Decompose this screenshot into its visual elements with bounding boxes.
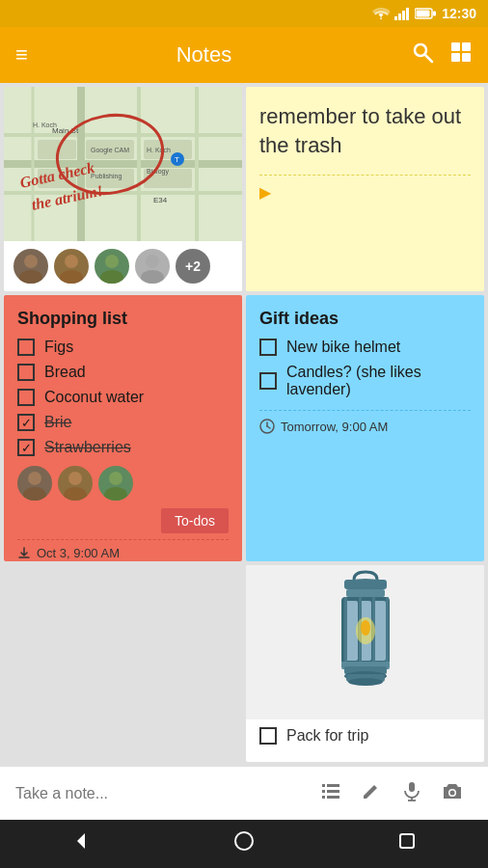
svg-rect-78 (322, 796, 325, 799)
map-note-avatars: +2 (4, 241, 242, 291)
signal-icons (372, 7, 436, 20)
lantern-image (246, 565, 484, 719)
svg-point-39 (24, 255, 38, 268)
shopping-footer: To-dos Oct 3, 9:00 AM (17, 466, 229, 560)
svg-rect-77 (327, 790, 339, 793)
svg-rect-79 (327, 796, 339, 799)
lantern-note-card[interactable]: Pack for trip (246, 565, 484, 762)
avatar (135, 249, 170, 284)
shopping-date-text: Oct 3, 9:00 AM (37, 546, 120, 560)
checkbox-coconut[interactable] (17, 389, 35, 406)
clock-icon (259, 419, 275, 434)
svg-rect-76 (322, 790, 325, 793)
nav-bar (0, 820, 488, 868)
checkbox-candles[interactable] (259, 372, 277, 390)
shopping-item-strawberries: ✓ Strawberries (17, 439, 229, 456)
map-svg: Main St Google CAM Publishing H. Koch H.… (4, 87, 242, 241)
back-button[interactable] (69, 829, 93, 858)
svg-rect-3 (406, 8, 409, 20)
svg-rect-1 (398, 14, 401, 20)
svg-rect-2 (402, 11, 405, 20)
avatar (54, 249, 89, 284)
avatar (14, 249, 48, 284)
gift-footer: Tomorrow, 9:00 AM (259, 410, 471, 434)
svg-rect-57 (344, 580, 387, 589)
camera-icon[interactable] (432, 780, 473, 807)
checkbox-pack[interactable] (259, 727, 277, 745)
svg-rect-11 (451, 53, 460, 62)
list-icon[interactable] (311, 780, 351, 807)
shopping-note-card[interactable]: Shopping list Figs Bread Coconut water ✓… (4, 295, 242, 561)
avatar (17, 466, 52, 501)
signal-icon (394, 7, 410, 20)
item-label-strawberries: Strawberries (44, 439, 131, 456)
svg-text:Google CAM: Google CAM (91, 147, 129, 154)
item-label-pack: Pack for trip (286, 727, 368, 745)
home-button[interactable] (232, 829, 256, 858)
item-label-bread: Bread (44, 364, 86, 381)
lantern-svg (317, 570, 414, 715)
avatar (95, 249, 129, 284)
gift-reminder-text: Tomorrow, 9:00 AM (281, 420, 388, 434)
gift-note-card[interactable]: Gift ideas New bike helmet Candles? (she… (246, 295, 484, 561)
shopping-item-brie: ✓ Brie (17, 414, 229, 431)
item-label-helmet: New bike helmet (286, 339, 400, 356)
item-label-coconut: Coconut water (44, 389, 144, 406)
reminder-footer: ▶ (259, 175, 471, 202)
svg-rect-6 (433, 12, 436, 16)
svg-point-73 (348, 678, 383, 686)
wifi-icon (372, 7, 390, 20)
reminder-note-card[interactable]: remember to take out the trash ▶ (246, 87, 484, 291)
shopping-item-coconut: Coconut water (17, 389, 229, 406)
svg-point-40 (19, 270, 42, 284)
lantern-item: Pack for trip (246, 719, 484, 752)
svg-rect-58 (346, 589, 385, 597)
avatar-overflow-count: +2 (176, 249, 210, 284)
svg-point-52 (104, 487, 127, 501)
svg-point-86 (235, 832, 253, 850)
shopping-item-figs: Figs (17, 339, 229, 356)
checkbox-figs[interactable] (17, 339, 35, 356)
svg-point-68 (361, 620, 370, 636)
clock-display: 12:30 (442, 6, 476, 21)
battery-icon (415, 8, 436, 19)
checkbox-helmet[interactable] (259, 339, 277, 356)
svg-point-47 (28, 472, 41, 485)
checkbox-strawberries[interactable]: ✓ (17, 439, 35, 456)
checkbox-brie[interactable]: ✓ (17, 414, 35, 431)
svg-point-51 (109, 472, 122, 485)
mic-icon[interactable] (392, 780, 432, 807)
avatar (98, 466, 133, 501)
item-label-figs: Figs (44, 339, 73, 356)
pencil-icon[interactable] (351, 780, 392, 807)
search-icon[interactable] (411, 41, 434, 69)
svg-rect-80 (409, 782, 415, 792)
svg-point-45 (146, 255, 159, 268)
svg-text:T: T (175, 155, 179, 164)
svg-point-43 (105, 255, 119, 268)
map-note-card[interactable]: Main St Google CAM Publishing H. Koch H.… (4, 87, 242, 291)
svg-line-8 (425, 55, 432, 62)
grid-view-icon[interactable] (449, 41, 473, 69)
svg-rect-87 (400, 834, 414, 848)
svg-rect-63 (344, 597, 347, 665)
svg-point-48 (23, 487, 46, 501)
shopping-item-bread: Bread (17, 364, 229, 381)
svg-point-84 (450, 790, 455, 795)
svg-rect-10 (462, 42, 471, 51)
gift-item-helmet: New bike helmet (259, 339, 471, 356)
page-title: Notes (13, 42, 395, 68)
checkbox-bread[interactable] (17, 364, 35, 381)
map-area: Main St Google CAM Publishing H. Koch H.… (4, 87, 242, 241)
download-icon (17, 547, 31, 560)
reminder-text: remember to take out the trash (259, 102, 471, 159)
svg-rect-0 (394, 16, 397, 20)
recents-button[interactable] (395, 829, 419, 858)
shopping-list-title: Shopping list (17, 309, 229, 329)
play-icon: ▶ (259, 184, 271, 201)
notes-grid: Main St Google CAM Publishing H. Koch H.… (0, 83, 488, 766)
svg-rect-5 (417, 11, 430, 17)
take-note-input[interactable] (15, 785, 311, 802)
todo-button[interactable]: To-dos (161, 508, 229, 533)
avatar (58, 466, 93, 501)
